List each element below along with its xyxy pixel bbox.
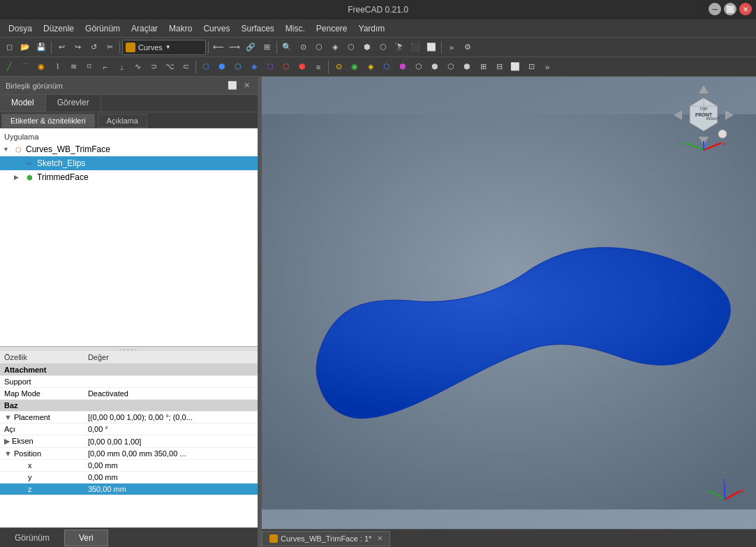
misc-btn-1[interactable]: ⊙ xyxy=(331,59,346,75)
menu-makro[interactable]: Makro xyxy=(163,22,198,35)
view-btn-6[interactable]: ⬢ xyxy=(360,40,375,55)
curve-btn-1[interactable]: ╱ xyxy=(1,59,17,75)
save-btn[interactable]: 💾 xyxy=(34,40,49,55)
view-btn-9[interactable]: ⬛ xyxy=(408,40,423,55)
subtab-etiketler[interactable]: Etiketler & öznitelikleri xyxy=(1,114,95,128)
menu-misc[interactable]: Misc. xyxy=(280,22,311,35)
undo-btn[interactable]: ↩ xyxy=(54,40,69,55)
curve-btn-4[interactable]: ⌇ xyxy=(50,59,65,75)
prop-aci[interactable]: Açı 0,00 ° xyxy=(0,424,258,435)
prop-mapmode-value[interactable]: Deactivated xyxy=(84,388,258,400)
tab-gorevler[interactable]: Görevler xyxy=(46,95,101,112)
curve-btn-5[interactable]: ≋ xyxy=(66,59,81,75)
tree-item-trimmedface[interactable]: ▶ ⬢ TrimmedFace xyxy=(0,170,258,184)
surf-btn-6[interactable]: ⬡ xyxy=(279,59,294,75)
close-button[interactable]: ✕ xyxy=(739,3,752,15)
props-table-container[interactable]: Özellik Değer Attachment Support xyxy=(0,351,258,527)
tree-item-sketch[interactable]: ✏ Sketch_Elips xyxy=(0,156,258,170)
curve-btn-3[interactable]: ◉ xyxy=(34,59,49,75)
misc-btn-12[interactable]: ⬜ xyxy=(507,59,523,75)
view-btn-1[interactable]: 🔍 xyxy=(279,40,295,55)
curve-btn-10[interactable]: ⊃ xyxy=(146,59,161,75)
menu-duzenle[interactable]: Düzenle xyxy=(38,22,80,35)
view-btn-10[interactable]: ⬜ xyxy=(424,40,439,55)
menu-yardim[interactable]: Yardım xyxy=(353,22,391,35)
view-btn-7[interactable]: ⬡ xyxy=(376,40,391,55)
prop-placement-value[interactable]: [(0,00 0,00 1,00); 0,00 °; (0,0... xyxy=(84,412,258,424)
misc-btn-2[interactable]: ◉ xyxy=(347,59,362,75)
navigation-cube[interactable]: FRONT TOP RIGHT x y z xyxy=(672,84,749,160)
misc-btn-9[interactable]: ⬢ xyxy=(459,59,475,75)
extra-btn[interactable]: ⚙ xyxy=(460,40,475,55)
prop-eksen[interactable]: ▶ Eksen [0,00 0,00 1,00] xyxy=(0,435,258,448)
surf-btn-2[interactable]: ⬢ xyxy=(214,59,230,75)
nav-btn-2[interactable]: ⟶ xyxy=(227,40,242,55)
misc-btn-13[interactable]: ⊡ xyxy=(524,59,539,75)
more-btn[interactable]: » xyxy=(444,40,459,55)
menu-surfaces[interactable]: Surfaces xyxy=(235,22,279,35)
more-btn-2[interactable]: » xyxy=(540,59,555,75)
prop-support-value[interactable] xyxy=(84,376,258,388)
nav-btn-1[interactable]: ⟵ xyxy=(211,40,226,55)
3d-viewport[interactable]: FRONT TOP RIGHT x y z xyxy=(262,77,756,547)
tree-item-trimface[interactable]: ▼ ⬡ Curves_WB_TrimFace xyxy=(0,142,258,156)
menu-dosya[interactable]: Dosya xyxy=(3,22,38,35)
surf-btn-1[interactable]: ⬡ xyxy=(198,59,214,75)
workbench-dropdown[interactable]: Curves ▼ xyxy=(122,40,206,55)
prop-mapmode[interactable]: Map Mode Deactivated xyxy=(0,388,258,400)
view-btn-8[interactable]: 🔭 xyxy=(392,40,407,55)
subtab-aciklama[interactable]: Açıklama xyxy=(98,114,147,128)
misc-btn-4[interactable]: ⬡ xyxy=(379,59,394,75)
surf-btn-4[interactable]: ◈ xyxy=(246,59,262,75)
nav-btn-4[interactable]: ⊞ xyxy=(259,40,274,55)
open-file-btn[interactable]: 📂 xyxy=(17,40,33,55)
bottom-tab-veri[interactable]: Veri xyxy=(64,530,108,546)
surf-btn-8[interactable]: ≡ xyxy=(311,59,326,75)
new-file-btn[interactable]: ◻ xyxy=(1,40,17,55)
view-tab-curves[interactable]: Curves_WB_TrimFace : 1* ✕ xyxy=(262,531,390,546)
surf-btn-3[interactable]: ⬡ xyxy=(230,59,246,75)
minimize-button[interactable]: ─ xyxy=(709,3,721,15)
viewport-area[interactable]: FRONT TOP RIGHT x y z xyxy=(262,77,756,547)
panel-close-icon[interactable]: ✕ xyxy=(241,80,252,91)
curve-btn-8[interactable]: ⟂ xyxy=(114,59,129,75)
tree-expand-trimmedface[interactable]: ▶ xyxy=(14,174,24,181)
prop-y-value[interactable]: 0,00 mm xyxy=(84,472,258,484)
misc-btn-7[interactable]: ⬢ xyxy=(427,59,443,75)
misc-btn-5[interactable]: ⬢ xyxy=(395,59,410,75)
model-tree[interactable]: Uygulama ▼ ⬡ Curves_WB_TrimFace ✏ Sketch… xyxy=(0,128,258,346)
tab-model[interactable]: Model xyxy=(0,95,46,112)
prop-placement[interactable]: ▼ Placement [(0,00 0,00 1,00); 0,00 °; (… xyxy=(0,412,258,424)
prop-support[interactable]: Support xyxy=(0,376,258,388)
bottom-tab-gorunum[interactable]: Görünüm xyxy=(0,530,64,546)
panel-expand-icon[interactable]: ⬜ xyxy=(227,80,238,91)
misc-btn-8[interactable]: ⬡ xyxy=(443,59,459,75)
curve-btn-11[interactable]: ⌥ xyxy=(162,59,177,75)
prop-z[interactable]: z 350,00 mm xyxy=(0,484,258,495)
menu-gorunum[interactable]: Görünüm xyxy=(80,22,126,35)
prop-x-value[interactable]: 0,00 mm xyxy=(84,460,258,472)
nav-cube-svg[interactable]: FRONT TOP RIGHT xyxy=(672,84,735,147)
menu-pencere[interactable]: Pencere xyxy=(311,22,353,35)
curve-btn-12[interactable]: ⊂ xyxy=(178,59,193,75)
prop-position[interactable]: ▼ Position [0,00 mm 0,00 mm 350,00 ... xyxy=(0,448,258,460)
view-tab-close[interactable]: ✕ xyxy=(377,534,383,542)
curve-btn-9[interactable]: ∿ xyxy=(130,59,145,75)
view-btn-2[interactable]: ⊙ xyxy=(295,40,311,55)
view-btn-5[interactable]: ⬡ xyxy=(343,40,359,55)
cut-btn[interactable]: ✂ xyxy=(102,40,117,55)
misc-btn-11[interactable]: ⊟ xyxy=(491,59,507,75)
tree-expand-trimface[interactable]: ▼ xyxy=(3,146,13,153)
maximize-button[interactable]: ⬜ xyxy=(724,3,736,15)
surf-btn-5[interactable]: ⬡ xyxy=(262,59,278,75)
refresh-btn[interactable]: ↺ xyxy=(86,40,101,55)
menu-curves[interactable]: Curves xyxy=(198,22,235,35)
prop-position-value[interactable]: [0,00 mm 0,00 mm 350,00 ... xyxy=(84,448,258,460)
prop-y[interactable]: y 0,00 mm xyxy=(0,472,258,484)
prop-z-value[interactable]: 350,00 mm xyxy=(84,484,258,495)
curve-btn-7[interactable]: ⌐ xyxy=(98,59,113,75)
surf-btn-7[interactable]: ⬢ xyxy=(295,59,310,75)
menu-araclar[interactable]: Araçlar xyxy=(126,22,163,35)
misc-btn-10[interactable]: ⊞ xyxy=(475,59,491,75)
prop-eksen-value[interactable]: [0,00 0,00 1,00] xyxy=(84,435,258,448)
